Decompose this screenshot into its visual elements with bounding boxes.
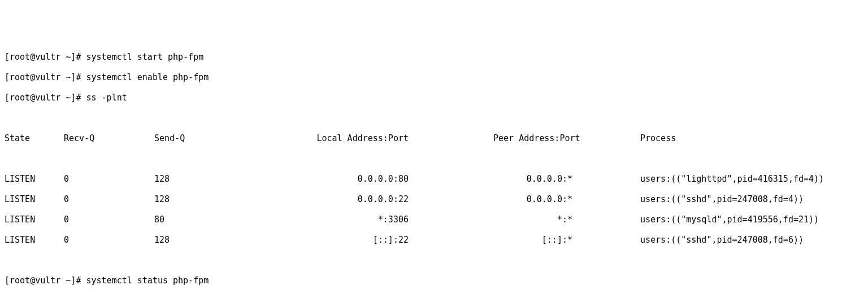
- col-peer: Peer Address:Port: [493, 133, 640, 143]
- command-text: systemctl status php-fpm: [86, 275, 209, 286]
- ss-header: StateRecv-QSend-QLocal Address:PortPeer …: [5, 133, 868, 143]
- prompt: [root@vultr ~]#: [5, 93, 81, 103]
- ss-row: LISTEN0128[::]:22[::]:*users:(("sshd",pi…: [5, 235, 868, 245]
- prompt: [root@vultr ~]#: [5, 52, 81, 62]
- col-local: Local Address:Port: [298, 133, 493, 143]
- shell-line-ss: [root@vultr ~]# ss -plnt: [5, 93, 868, 103]
- command-text: systemctl enable php-fpm: [86, 72, 209, 82]
- ss-row: LISTEN01280.0.0.0:220.0.0.0:*users:(("ss…: [5, 194, 868, 204]
- ss-row: LISTEN080*:3306*:*users:(("mysqld",pid=4…: [5, 214, 868, 225]
- col-proc: Process: [640, 133, 676, 143]
- shell-line-status: [root@vultr ~]# systemctl status php-fpm: [5, 275, 868, 286]
- ss-row: LISTEN01280.0.0.0:800.0.0.0:*users:(("li…: [5, 174, 868, 184]
- col-sendq: Send-Q: [154, 133, 298, 143]
- command-text: systemctl start php-fpm: [86, 52, 204, 62]
- shell-line-start: [root@vultr ~]# systemctl start php-fpm: [5, 52, 868, 62]
- shell-line-enable: [root@vultr ~]# systemctl enable php-fpm: [5, 72, 868, 82]
- prompt: [root@vultr ~]#: [5, 72, 81, 82]
- col-recvq: Recv-Q: [64, 133, 154, 143]
- prompt: [root@vultr ~]#: [5, 275, 81, 286]
- col-state: State: [5, 133, 64, 143]
- command-text: ss -plnt: [86, 93, 127, 103]
